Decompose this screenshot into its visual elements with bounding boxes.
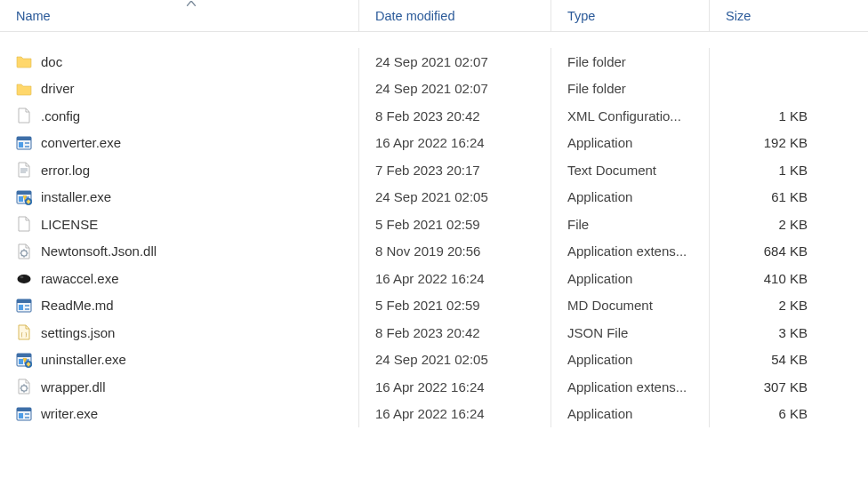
file-name: wrapper.dll [41, 379, 106, 394]
exe-icon [16, 406, 32, 422]
svg-rect-23 [17, 299, 31, 303]
file-date: 8 Feb 2023 20:42 [359, 319, 551, 347]
file-size: 1 KB [710, 163, 834, 178]
file-row[interactable]: wrapper.dll16 Apr 2022 16:24Application … [0, 373, 868, 401]
file-type: Application extens... [551, 238, 710, 266]
file-row[interactable]: doc24 Sep 2021 02:07File folder [0, 48, 868, 76]
svg-line-17 [26, 255, 27, 256]
svg-rect-47 [25, 417, 29, 418]
file-row[interactable]: { }settings.json8 Feb 2023 20:42JSON Fil… [0, 319, 868, 347]
file-name: ReadMe.md [41, 298, 114, 313]
file-name: installer.exe [41, 189, 111, 204]
file-row[interactable]: writer.exe16 Apr 2022 16:24Application6 … [0, 401, 868, 428]
file-row[interactable]: error.log7 Feb 2023 20:17Text Document1 … [0, 156, 868, 184]
file-row[interactable]: uninstaller.exe24 Sep 2021 02:05Applicat… [0, 347, 868, 374]
exe-admin-icon [16, 352, 32, 368]
file-size: 6 KB [710, 406, 834, 421]
svg-rect-1 [17, 137, 31, 140]
file-size: 3 KB [710, 325, 834, 340]
svg-rect-7 [19, 196, 23, 202]
file-type: Text Document [551, 156, 710, 184]
json-file-icon: { } [16, 324, 32, 340]
file-size: 2 KB [710, 298, 834, 313]
svg-rect-4 [25, 146, 29, 147]
file-name: LICENSE [41, 217, 98, 232]
column-header-date[interactable]: Date modified [359, 0, 551, 31]
file-type: XML Configuratio... [551, 102, 710, 130]
blank-file-icon [16, 216, 32, 232]
column-header-size[interactable]: Size [710, 0, 834, 31]
file-type: Application [551, 347, 710, 374]
svg-line-42 [21, 390, 22, 391]
file-size: 54 KB [710, 352, 834, 367]
svg-rect-46 [25, 413, 29, 415]
svg-rect-30 [19, 359, 23, 364]
file-type: File [551, 211, 710, 238]
file-name: .config [41, 108, 80, 123]
file-name: uninstaller.exe [41, 352, 126, 367]
svg-line-16 [21, 251, 22, 251]
app-dark-icon [16, 270, 32, 286]
svg-rect-44 [17, 408, 31, 411]
svg-line-39 [21, 386, 22, 386]
file-name: settings.json [41, 325, 115, 340]
svg-point-21 [20, 276, 24, 278]
svg-rect-24 [19, 305, 23, 310]
file-row[interactable]: ReadMe.md5 Feb 2021 02:59MD Document2 KB [0, 292, 868, 320]
file-size: 307 KB [710, 379, 834, 394]
dll-icon [16, 378, 32, 394]
file-size: 61 KB [710, 189, 834, 204]
file-type: Application [551, 184, 710, 211]
svg-point-20 [18, 275, 31, 283]
file-row[interactable]: installer.exe24 Sep 2021 02:05Applicatio… [0, 184, 868, 211]
file-name: error.log [41, 163, 90, 178]
file-rows: doc24 Sep 2021 02:07File folderdriver24 … [0, 32, 868, 427]
file-row[interactable]: converter.exe16 Apr 2022 16:24Applicatio… [0, 130, 868, 157]
exe-icon [16, 135, 32, 151]
file-name: driver [41, 81, 75, 96]
file-size: 1 KB [710, 108, 834, 123]
column-header-name[interactable]: Name [0, 0, 359, 31]
file-date: 24 Sep 2021 02:05 [359, 347, 551, 374]
svg-rect-6 [17, 191, 31, 195]
svg-rect-2 [19, 142, 23, 147]
svg-line-41 [26, 386, 27, 386]
file-date: 8 Feb 2023 20:42 [359, 102, 551, 130]
file-row[interactable]: Newtonsoft.Json.dll8 Nov 2019 20:56Appli… [0, 238, 868, 266]
file-name: writer.exe [41, 406, 98, 421]
exe-admin-icon [16, 189, 32, 205]
folder-icon [16, 81, 32, 97]
file-date: 16 Apr 2022 16:24 [359, 130, 551, 157]
sort-indicator-icon [187, 0, 196, 8]
file-size: 410 KB [710, 271, 834, 286]
svg-rect-45 [19, 413, 23, 418]
file-row[interactable]: .config8 Feb 2023 20:42XML Configuratio.… [0, 102, 868, 130]
file-type: Application [551, 130, 710, 157]
blank-file-icon [16, 108, 32, 123]
svg-line-19 [21, 255, 22, 256]
file-date: 16 Apr 2022 16:24 [359, 373, 551, 401]
svg-rect-29 [17, 354, 31, 357]
svg-rect-25 [25, 305, 29, 307]
file-row[interactable]: driver24 Sep 2021 02:07File folder [0, 76, 868, 103]
file-row[interactable]: LICENSE5 Feb 2021 02:59File2 KB [0, 211, 868, 238]
file-date: 7 Feb 2023 20:17 [359, 156, 551, 184]
file-date: 24 Sep 2021 02:07 [359, 48, 551, 76]
file-date: 5 Feb 2021 02:59 [359, 211, 551, 238]
column-header-type[interactable]: Type [551, 0, 710, 31]
file-type: Application [551, 401, 710, 428]
svg-line-40 [26, 390, 27, 391]
file-type: Application extens... [551, 373, 710, 401]
svg-line-18 [26, 251, 27, 251]
file-type: File folder [551, 76, 710, 103]
exe-icon [16, 298, 32, 314]
file-type: File folder [551, 48, 710, 76]
svg-text:{ }: { } [20, 331, 27, 338]
svg-rect-3 [25, 142, 29, 144]
file-row[interactable]: rawaccel.exe16 Apr 2022 16:24Application… [0, 265, 868, 292]
file-date: 16 Apr 2022 16:24 [359, 401, 551, 428]
folder-icon [16, 53, 32, 69]
file-name: converter.exe [41, 135, 121, 150]
file-date: 8 Nov 2019 20:56 [359, 238, 551, 266]
svg-rect-26 [25, 308, 29, 310]
